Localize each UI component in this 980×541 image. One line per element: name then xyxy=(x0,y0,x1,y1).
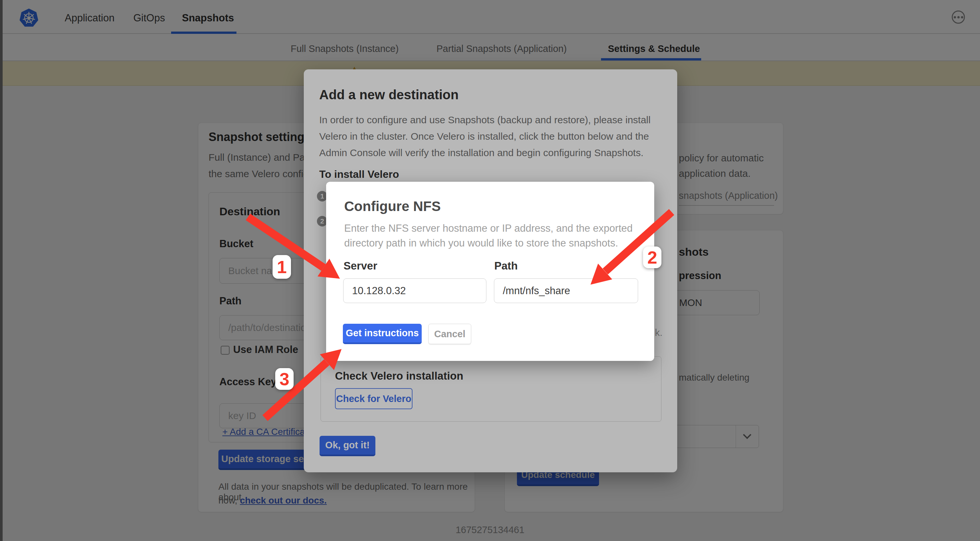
nfs-path-label: Path xyxy=(494,260,518,272)
annotation-badge-3: 3 xyxy=(275,368,294,390)
server-input[interactable] xyxy=(343,278,487,303)
server-label: Server xyxy=(344,260,377,272)
annotation-arrow-1 xyxy=(243,211,348,289)
cancel-button[interactable]: Cancel xyxy=(428,324,471,344)
dialog-description-line2: directory path in which you would like t… xyxy=(344,237,618,249)
annotation-badge-2: 2 xyxy=(643,246,662,268)
get-instructions-button[interactable]: Get instructions xyxy=(343,324,422,344)
annotation-badge-1: 1 xyxy=(273,255,291,279)
dialog-title: Configure NFS xyxy=(344,198,441,214)
annotation-arrow-2 xyxy=(581,206,680,296)
admin-console-screen: Application GitOps Snapshots Full Snapsh… xyxy=(0,0,980,541)
annotation-arrow-3 xyxy=(259,342,350,426)
